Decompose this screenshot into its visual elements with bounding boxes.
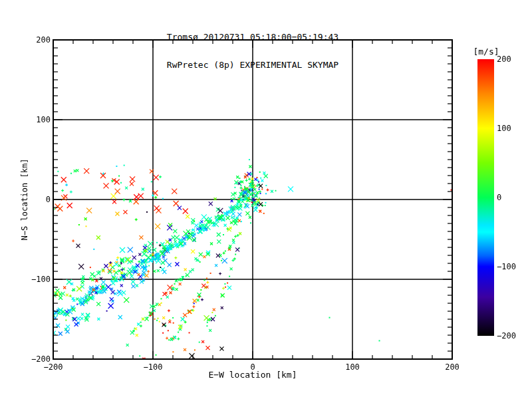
x-axis-title: E−W location [km] <box>53 370 452 380</box>
y-tick-label: −100 <box>21 275 51 284</box>
skymap-page: Tromsø 20120731 05:18:00−05:19:43 RwPret… <box>0 0 532 399</box>
colorbar-tick-label: 0 <box>497 193 529 202</box>
y-axis-title: N−S location [km] <box>20 159 29 241</box>
y-tick-label: 100 <box>21 115 51 124</box>
colorbar-gradient <box>477 59 494 336</box>
colorbar-tick-label: −100 <box>497 262 529 271</box>
y-tick-label: 200 <box>21 35 51 45</box>
colorbar-tick-label: −200 <box>497 331 529 340</box>
colorbar-tick-label: 100 <box>497 124 529 133</box>
colorbar-tick-label: 200 <box>497 55 529 64</box>
skymap-scatter-canvas <box>0 0 532 399</box>
